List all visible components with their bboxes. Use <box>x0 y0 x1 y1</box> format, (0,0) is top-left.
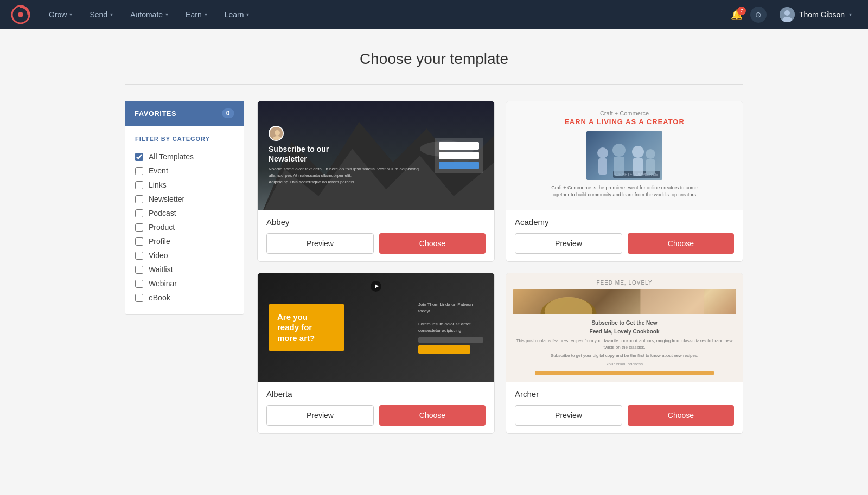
favorites-label: FAVORITES <box>135 110 176 118</box>
nav-label-learn: Learn <box>225 10 244 19</box>
template-info-archer: Archer Preview Choose <box>506 382 743 433</box>
checkbox-newsletter[interactable] <box>135 195 143 203</box>
favorites-count: 0 <box>222 108 234 118</box>
template-archer: FEED ME, LOVELY <box>506 273 743 434</box>
logo[interactable] <box>11 5 30 24</box>
nav-item-send[interactable]: Send ▾ <box>82 6 120 23</box>
template-alberta: Are youready formore art? Join Thom Lind… <box>257 273 495 434</box>
svg-rect-17 <box>614 157 624 176</box>
nav-label-earn: Earn <box>186 10 202 19</box>
preview-archer-button[interactable]: Preview <box>515 405 622 426</box>
category-newsletter[interactable]: Newsletter <box>135 192 234 206</box>
template-name-abbey: Abbey <box>266 217 486 227</box>
category-podcast-label: Podcast <box>149 209 176 217</box>
user-name: Thom Gibson <box>799 10 845 19</box>
category-all-label: All Templates <box>149 152 194 161</box>
nav-items: Grow ▾ Send ▾ Automate ▾ Earn ▾ Learn ▾ <box>41 6 725 23</box>
category-video[interactable]: Video <box>135 248 234 262</box>
template-info-abbey: Abbey Preview Choose <box>258 210 494 261</box>
nav-label-automate: Automate <box>130 10 163 19</box>
help-button[interactable]: ⊙ <box>750 7 767 23</box>
nav-item-earn[interactable]: Earn ▾ <box>178 6 215 23</box>
category-product[interactable]: Product <box>135 220 234 234</box>
checkbox-profile[interactable] <box>135 237 143 246</box>
page-title: Choose your template <box>125 50 743 68</box>
template-thumb-abbey: Subscribe to ourNewsletter Noodle some o… <box>258 101 494 210</box>
chevron-down-icon: ▾ <box>849 11 852 17</box>
category-webinar-label: Webinar <box>149 279 177 288</box>
template-info-academy: Academy Preview Choose <box>506 210 743 261</box>
choose-alberta-button[interactable]: Choose <box>379 405 486 426</box>
filter-title: FILTER BY CATEGORY <box>135 136 234 142</box>
category-event-label: Event <box>149 166 168 175</box>
preview-alberta-button[interactable]: Preview <box>266 405 374 426</box>
category-video-label: Video <box>149 251 168 260</box>
svg-point-10 <box>275 130 280 136</box>
filter-panel: FILTER BY CATEGORY All Templates Event L… <box>125 126 244 315</box>
chevron-down-icon: ▾ <box>165 11 168 17</box>
archer-hero-image <box>513 289 736 314</box>
category-event[interactable]: Event <box>135 164 234 178</box>
svg-rect-19 <box>633 158 643 176</box>
checkbox-waitlist[interactable] <box>135 266 143 274</box>
template-name-academy: Academy <box>515 217 734 227</box>
nav-item-grow[interactable]: Grow ▾ <box>41 6 80 23</box>
notifications-button[interactable]: 🔔 7 <box>731 9 743 21</box>
checkbox-links[interactable] <box>135 181 143 189</box>
preview-academy-button[interactable]: Preview <box>515 233 622 254</box>
choose-abbey-button[interactable]: Choose <box>379 233 486 254</box>
template-actions-abbey: Preview Choose <box>266 233 486 254</box>
category-webinar[interactable]: Webinar <box>135 277 234 291</box>
choose-archer-button[interactable]: Choose <box>628 405 734 426</box>
navbar: Grow ▾ Send ▾ Automate ▾ Earn ▾ Learn ▾ … <box>0 0 868 29</box>
template-info-alberta: Alberta Preview Choose <box>258 382 494 433</box>
checkbox-product[interactable] <box>135 223 143 232</box>
template-name-alberta: Alberta <box>266 389 486 398</box>
category-all[interactable]: All Templates <box>135 150 234 164</box>
template-thumb-academy: Craft + Commerce EARN A LIVING AS A CREA… <box>506 101 743 210</box>
preview-abbey-button[interactable]: Preview <box>266 233 374 254</box>
template-name-archer: Archer <box>515 389 734 398</box>
checkbox-all[interactable] <box>135 153 143 161</box>
category-links[interactable]: Links <box>135 178 234 192</box>
academy-image: CRAFT+COMMERCE <box>586 131 662 180</box>
templates-grid: Subscribe to ourNewsletter Noodle some o… <box>257 101 743 434</box>
nav-item-learn[interactable]: Learn ▾ <box>217 6 257 23</box>
category-profile-label: Profile <box>149 237 170 246</box>
category-profile[interactable]: Profile <box>135 234 234 248</box>
svg-point-14 <box>597 147 608 158</box>
notification-badge: 7 <box>737 7 746 15</box>
nav-item-automate[interactable]: Automate ▾ <box>123 6 176 23</box>
template-actions-alberta: Preview Choose <box>266 405 486 426</box>
user-menu-button[interactable]: Thom Gibson ▾ <box>774 5 857 24</box>
chevron-down-icon: ▾ <box>246 11 249 17</box>
checkbox-ebook[interactable] <box>135 294 143 302</box>
divider <box>125 84 743 85</box>
svg-point-26 <box>545 297 592 314</box>
category-waitlist-label: Waitlist <box>149 265 173 274</box>
svg-point-16 <box>612 144 626 157</box>
checkbox-event[interactable] <box>135 167 143 175</box>
category-waitlist[interactable]: Waitlist <box>135 262 234 277</box>
category-ebook[interactable]: eBook <box>135 291 234 305</box>
content-layout: FAVORITES 0 FILTER BY CATEGORY All Templ… <box>125 101 743 434</box>
category-links-label: Links <box>149 181 167 189</box>
template-thumb-alberta: Are youready formore art? Join Thom Lind… <box>258 273 494 382</box>
sidebar: FAVORITES 0 FILTER BY CATEGORY All Templ… <box>125 101 244 315</box>
checkbox-webinar[interactable] <box>135 280 143 288</box>
svg-point-18 <box>632 146 644 158</box>
nav-label-grow: Grow <box>49 10 67 19</box>
svg-rect-15 <box>598 158 607 175</box>
favorites-bar: FAVORITES 0 <box>125 101 244 126</box>
category-newsletter-label: Newsletter <box>149 195 184 203</box>
svg-rect-21 <box>646 159 655 175</box>
template-academy: Craft + Commerce EARN A LIVING AS A CREA… <box>506 101 743 262</box>
checkbox-video[interactable] <box>135 252 143 260</box>
checkbox-podcast[interactable] <box>135 209 143 217</box>
category-podcast[interactable]: Podcast <box>135 206 234 220</box>
svg-point-20 <box>646 149 655 159</box>
category-product-label: Product <box>149 223 175 232</box>
choose-academy-button[interactable]: Choose <box>628 233 734 254</box>
template-abbey: Subscribe to ourNewsletter Noodle some o… <box>257 101 495 262</box>
chevron-down-icon: ▾ <box>110 11 113 17</box>
